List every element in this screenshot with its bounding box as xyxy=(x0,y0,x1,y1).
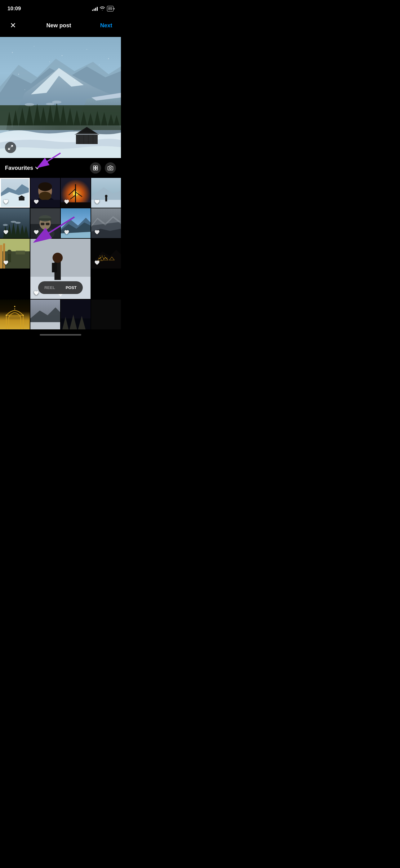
photo-item-6[interactable] xyxy=(30,208,60,238)
home-indicator xyxy=(40,334,81,336)
photo-item-9[interactable] xyxy=(0,239,30,269)
svg-rect-94 xyxy=(41,223,44,225)
battery-level: 89 xyxy=(108,6,112,11)
heart-icon-2[interactable] xyxy=(33,198,40,205)
photo-item-10[interactable]: REEL POST xyxy=(30,239,91,299)
svg-point-42 xyxy=(18,74,19,75)
album-selector[interactable]: Favourites xyxy=(5,165,39,172)
post-option[interactable]: POST xyxy=(61,283,81,292)
svg-rect-51 xyxy=(96,168,98,170)
close-icon: ✕ xyxy=(10,21,16,30)
svg-rect-133 xyxy=(0,300,30,330)
status-bar: 10:09 89 xyxy=(0,0,121,16)
svg-rect-148 xyxy=(91,300,121,330)
svg-marker-57 xyxy=(0,192,30,208)
nav-bar: ✕ New post Next xyxy=(0,16,121,37)
photo-thumb-15 xyxy=(61,300,91,330)
signal-bar-2 xyxy=(94,9,95,11)
svg-rect-76 xyxy=(105,197,107,202)
svg-point-137 xyxy=(14,306,15,307)
photo-item-3[interactable] xyxy=(61,178,91,208)
svg-point-85 xyxy=(3,224,8,226)
next-button[interactable]: Next xyxy=(98,21,115,30)
battery-icon: 89 xyxy=(107,6,113,11)
expand-button[interactable] xyxy=(5,142,16,153)
svg-point-44 xyxy=(74,80,75,81)
heart-icon-3[interactable] xyxy=(63,198,70,205)
multi-select-icon xyxy=(93,165,98,171)
photo-item-1[interactable] xyxy=(0,178,30,208)
svg-rect-107 xyxy=(0,245,2,269)
heart-icon-6[interactable] xyxy=(33,229,40,236)
photo-item-8[interactable] xyxy=(91,208,121,238)
heart-icon-1[interactable] xyxy=(2,198,9,205)
photo-item-5[interactable] xyxy=(0,208,30,238)
heart-icon-5[interactable] xyxy=(2,229,9,236)
album-actions xyxy=(90,162,116,174)
wifi-icon xyxy=(100,6,105,11)
type-selector[interactable]: REEL POST xyxy=(38,281,83,294)
svg-point-64 xyxy=(38,182,52,191)
svg-rect-58 xyxy=(19,197,25,200)
close-button[interactable]: ✕ xyxy=(6,19,20,32)
svg-point-139 xyxy=(14,309,15,310)
svg-point-25 xyxy=(25,103,34,106)
photo-item-4[interactable] xyxy=(91,178,121,208)
heart-icon-7[interactable] xyxy=(63,229,70,236)
svg-point-92 xyxy=(39,215,51,221)
photo-item-2[interactable] xyxy=(30,178,60,208)
svg-rect-49 xyxy=(96,166,98,168)
svg-point-122 xyxy=(100,257,101,258)
svg-point-40 xyxy=(108,58,109,59)
photo-item-12[interactable] xyxy=(91,239,121,269)
svg-point-43 xyxy=(99,65,100,65)
svg-point-63 xyxy=(39,191,51,200)
preview-image xyxy=(0,37,121,158)
svg-point-38 xyxy=(62,55,63,56)
heart-icon-8[interactable] xyxy=(94,229,100,236)
heart-icon-9[interactable] xyxy=(2,259,9,266)
album-name: Favourites xyxy=(5,165,33,172)
svg-point-39 xyxy=(87,49,87,50)
svg-point-27 xyxy=(52,101,61,104)
multi-select-button[interactable] xyxy=(90,162,101,174)
svg-marker-56 xyxy=(0,184,30,208)
heart-icon-4[interactable] xyxy=(94,198,100,205)
expand-icon xyxy=(8,145,13,150)
svg-rect-117 xyxy=(52,263,57,273)
svg-point-87 xyxy=(15,222,21,223)
svg-point-45 xyxy=(25,89,25,90)
signal-bar-4 xyxy=(97,7,98,11)
album-bar: Favourites xyxy=(0,158,121,178)
svg-rect-142 xyxy=(30,322,60,330)
photo-item-7[interactable] xyxy=(61,208,91,238)
svg-marker-59 xyxy=(18,195,25,197)
svg-point-36 xyxy=(12,52,13,53)
svg-rect-50 xyxy=(93,168,95,170)
signal-icon xyxy=(92,6,98,11)
svg-point-129 xyxy=(104,256,104,256)
svg-point-110 xyxy=(7,250,11,254)
svg-rect-93 xyxy=(39,218,51,220)
photo-item-15[interactable] xyxy=(61,300,91,330)
chevron-down-icon xyxy=(35,166,39,169)
reel-option[interactable]: REEL xyxy=(39,283,60,292)
photo-item-14[interactable] xyxy=(30,300,60,330)
photo-grid: REEL POST xyxy=(0,178,121,330)
photo-item-16[interactable] xyxy=(91,300,121,330)
camera-button[interactable] xyxy=(105,162,116,174)
preview-container xyxy=(0,37,121,158)
photo-thumb-14 xyxy=(30,300,60,330)
svg-point-128 xyxy=(102,255,102,256)
svg-rect-48 xyxy=(93,166,95,168)
heart-icon-12[interactable] xyxy=(94,259,100,266)
svg-point-127 xyxy=(100,256,100,256)
svg-rect-112 xyxy=(16,251,25,254)
svg-rect-55 xyxy=(0,178,30,208)
photo-item-13[interactable] xyxy=(0,300,30,330)
svg-point-121 xyxy=(99,258,100,258)
svg-point-37 xyxy=(34,46,34,46)
svg-point-136 xyxy=(6,315,7,316)
svg-point-116 xyxy=(53,253,63,263)
page-title: New post xyxy=(46,22,71,29)
